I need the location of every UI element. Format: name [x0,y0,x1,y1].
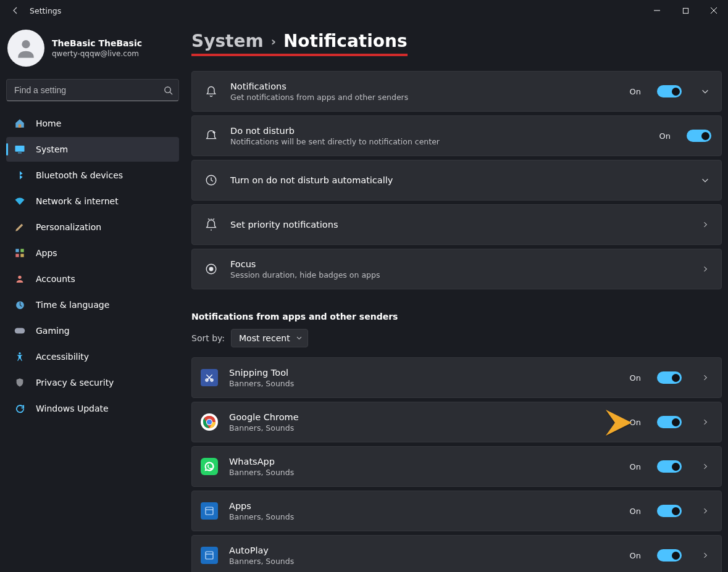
titlebar: Settings [0,0,728,21]
nav-item-apps[interactable]: Apps [6,241,179,265]
expand-chevron-icon[interactable] [699,174,711,186]
navigate-chevron-icon[interactable] [699,549,711,562]
main-content: System › Notifications Notifications Get… [185,21,728,572]
svg-point-4 [22,40,30,48]
back-arrow-icon [10,6,20,15]
wifi-icon [14,195,26,207]
app-sub: Banners, Sounds [229,512,619,521]
nav-item-personalization[interactable]: Personalization [6,215,179,239]
navigate-chevron-icon[interactable] [699,218,711,231]
sort-dropdown[interactable]: Most recent [231,329,308,347]
apps-icon [14,247,26,259]
sort-label: Sort by: [191,333,225,343]
search-box [6,79,179,101]
svg-rect-10 [15,249,19,252]
dnd-toggle[interactable] [687,130,711,142]
toggle-state-label: On [630,87,641,96]
svg-point-20 [209,267,213,271]
whatsapp-icon [201,458,218,475]
moon-bell-icon [203,128,219,144]
nav-label: Bluetooth & devices [36,170,123,180]
system-icon [14,143,26,155]
card-dnd-automatic[interactable]: Turn on do not disturb automatically [191,160,722,201]
close-button[interactable] [700,0,728,21]
search-icon[interactable] [164,79,173,101]
app-row-autoplay[interactable]: AutoPlay Banners, Sounds On [191,535,722,572]
nav-item-accessibility[interactable]: Accessibility [6,344,179,369]
nav-item-home[interactable]: Home [6,111,179,136]
expand-chevron-icon[interactable] [699,85,711,97]
card-focus[interactable]: Focus Session duration, hide badges on a… [191,249,722,289]
svg-rect-13 [20,254,23,257]
generic-app-icon [201,502,218,520]
card-priority-notifications[interactable]: Set priority notifications [191,204,722,245]
nav-item-bluetooth[interactable]: Bluetooth & devices [6,163,179,188]
svg-line-6 [170,92,172,94]
gamepad-icon [14,325,26,337]
navigate-chevron-icon[interactable] [699,460,711,473]
toggle-state-label: On [630,551,641,560]
nav-item-windows-update[interactable]: Windows Update [6,396,179,421]
nav-label: Time & language [36,300,109,310]
app-name: AutoPlay [229,545,619,555]
card-title: Turn on do not disturb automatically [230,175,682,185]
app-name: WhatsApp [229,457,619,466]
nav-list: Home System Bluetooth & devices Network … [6,111,179,421]
app-row-apps[interactable]: Apps Banners, Sounds On [191,491,722,531]
back-button[interactable] [9,4,22,17]
app-row-snipping-tool[interactable]: Snipping Tool Banners, Sounds On [191,357,722,398]
app-name: Snipping Tool [229,368,619,378]
chrome-icon [201,413,218,431]
svg-rect-12 [15,254,19,257]
card-subtitle: Get notifications from apps and other se… [230,93,619,102]
app-toggle[interactable] [657,371,682,384]
card-do-not-disturb[interactable]: Do not disturb Notifications will be sen… [191,115,722,156]
snipping-tool-icon [201,369,218,386]
card-notifications[interactable]: Notifications Get notifications from app… [191,71,722,112]
navigate-chevron-icon[interactable] [699,416,711,428]
app-name: Google Chrome [229,412,619,422]
window-controls [643,0,728,21]
chevron-down-icon [296,333,303,343]
notifications-toggle[interactable] [657,85,682,97]
priority-icon [203,217,219,233]
sidebar: TheBasic TheBasic qwerty-qqqw@live.com H… [0,21,185,572]
nav-item-system[interactable]: System [6,137,179,162]
breadcrumb-parent[interactable]: System [191,31,264,51]
app-row-whatsapp[interactable]: WhatsApp Banners, Sounds On [191,446,722,487]
nav-label: System [36,144,68,154]
nav-item-accounts[interactable]: Accounts [6,267,179,291]
nav-item-network[interactable]: Network & internet [6,189,179,213]
svg-rect-8 [15,146,25,152]
svg-rect-9 [18,152,22,153]
clock-globe-icon [14,299,26,311]
navigate-chevron-icon[interactable] [699,371,711,384]
minimize-button[interactable] [643,0,671,21]
card-subtitle: Session duration, hide badges on apps [230,270,682,280]
nav-item-time-language[interactable]: Time & language [6,292,179,317]
profile-name: TheBasic TheBasic [52,38,142,48]
navigate-chevron-icon[interactable] [699,263,711,275]
profile-block[interactable]: TheBasic TheBasic qwerty-qqqw@live.com [6,27,179,75]
nav-item-gaming[interactable]: Gaming [6,318,179,343]
app-toggle[interactable] [657,416,682,428]
toggle-state-label: On [630,418,641,427]
avatar [7,30,44,67]
maximize-button[interactable] [671,0,700,21]
app-toggle[interactable] [657,549,682,562]
svg-rect-30 [206,552,213,559]
search-input[interactable] [6,79,179,101]
nav-label: Network & internet [36,196,119,206]
card-title: Do not disturb [230,126,648,136]
app-notifications-header: Notifications from apps and other sender… [191,312,722,321]
breadcrumb: System › Notifications [191,31,408,56]
app-toggle[interactable] [657,460,682,473]
app-sub: Banners, Sounds [229,379,619,388]
app-sub: Banners, Sounds [229,468,619,477]
card-title: Notifications [230,81,619,91]
navigate-chevron-icon[interactable] [699,505,711,517]
nav-item-privacy[interactable]: Privacy & security [6,370,179,395]
toggle-state-label: On [630,507,641,516]
app-row-google-chrome[interactable]: Google Chrome Banners, Sounds On [191,402,722,442]
app-toggle[interactable] [657,505,682,517]
